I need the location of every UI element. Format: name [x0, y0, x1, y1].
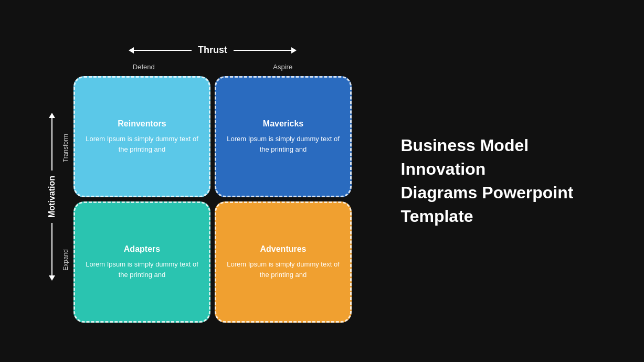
- adapters-card: Adapters Lorem Ipsum is simply dummy tex…: [73, 201, 210, 323]
- arrow-shaft-right: [234, 50, 291, 51]
- title-line3: Template: [401, 207, 473, 226]
- adapters-body: Lorem Ipsum is simply dummy text of the …: [83, 259, 201, 280]
- arrowhead-right-icon: [291, 47, 297, 54]
- v-arrow-shaft-top: [51, 118, 52, 171]
- motivation-axis: Motivation: [47, 81, 57, 312]
- arrowhead-down-icon: [49, 275, 55, 281]
- diagram-section: Thrust Defend Aspire Motivation Transfor…: [31, 29, 357, 333]
- thrust-axis: Thrust: [73, 45, 352, 56]
- arrowhead-up-icon: [49, 113, 55, 118]
- reinventors-title: Reinventors: [118, 119, 166, 129]
- arrow-right: [234, 47, 297, 54]
- mavericks-title: Mavericks: [263, 119, 303, 129]
- quadrant-grid: Reinventors Lorem Ipsum is simply dummy …: [73, 76, 352, 323]
- transform-label: Transform: [62, 134, 69, 162]
- mavericks-card: Mavericks Lorem Ipsum is simply dummy te…: [215, 76, 352, 197]
- thrust-label: Thrust: [198, 45, 227, 56]
- adapters-title: Adapters: [124, 244, 160, 254]
- title-section: Business Model Innovation Diagrams Power…: [357, 134, 644, 228]
- axis-labels-top: Defend Aspire: [73, 63, 352, 71]
- mavericks-body: Lorem Ipsum is simply dummy text of the …: [224, 134, 342, 154]
- main-container: Thrust Defend Aspire Motivation Transfor…: [0, 0, 644, 362]
- reinventors-body: Lorem Ipsum is simply dummy text of the …: [83, 134, 201, 154]
- adventures-card: Adventures Lorem Ipsum is simply dummy t…: [215, 201, 352, 323]
- adventures-body: Lorem Ipsum is simply dummy text of the …: [224, 259, 342, 280]
- v-arrow-shaft-bottom: [51, 223, 52, 275]
- title-line2: Diagrams Powerpoint: [401, 183, 574, 202]
- defend-label: Defend: [133, 63, 155, 71]
- adventures-title: Adventures: [260, 244, 306, 254]
- title-line1: Business Model Innovation: [401, 136, 529, 178]
- arrow-left: [129, 47, 192, 54]
- arrowhead-left-icon: [129, 47, 134, 54]
- aspire-label: Aspire: [273, 63, 292, 71]
- arrow-shaft-left: [134, 50, 192, 51]
- reinventors-card: Reinventors Lorem Ipsum is simply dummy …: [73, 76, 210, 197]
- main-title: Business Model Innovation Diagrams Power…: [401, 134, 600, 228]
- expand-label: Expand: [62, 249, 69, 271]
- motivation-label: Motivation: [47, 176, 57, 218]
